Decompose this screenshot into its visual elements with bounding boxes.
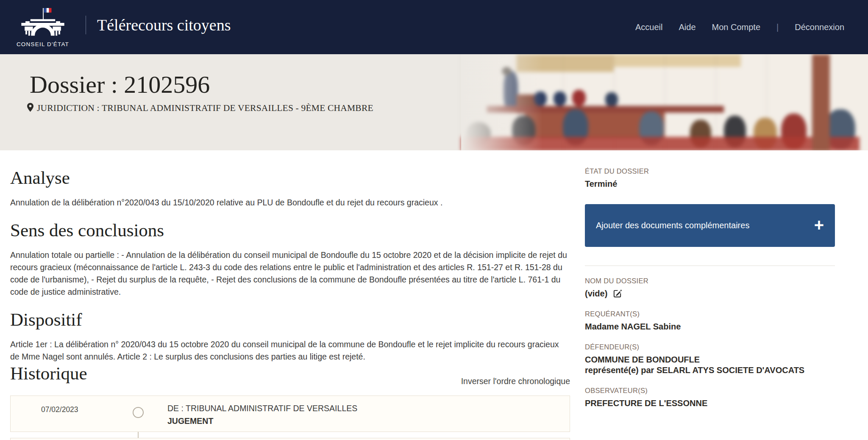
nav-aide[interactable]: Aide bbox=[679, 22, 696, 32]
nav-mon-compte[interactable]: Mon Compte bbox=[712, 22, 761, 32]
add-documents-button-label: Ajouter des documents complémentaires bbox=[596, 221, 749, 230]
timeline-entry-partial[interactable] bbox=[10, 438, 570, 440]
jurisdiction-text: JURIDICTION : TRIBUNAL ADMINISTRATIF DE … bbox=[37, 103, 373, 113]
section-title-dispositif: Dispositif bbox=[10, 309, 570, 330]
edit-icon[interactable] bbox=[612, 289, 622, 299]
section-title-analyse: Analyse bbox=[10, 167, 570, 188]
timeline-entry-sender: DE : TRIBUNAL ADMINISTRATIF DE VERSAILLE… bbox=[167, 404, 357, 413]
conseil-etat-arch-icon bbox=[18, 7, 68, 39]
site-title: Télérecours citoyens bbox=[97, 16, 231, 34]
nom-du-dossier-value: (vide) bbox=[585, 289, 607, 299]
dossier-main: Analyse Annulation de la délibération n°… bbox=[10, 167, 570, 440]
defendeurs-representative: représenté(e) par SELARL ATYS SOCIETE D'… bbox=[585, 365, 835, 375]
timeline-entry-date: 07/02/2023 bbox=[41, 405, 78, 414]
conseil-etat-logo[interactable]: CONSEIL D'ÉTAT bbox=[11, 7, 75, 47]
section-title-sens-des-conclusions: Sens des conclusions bbox=[10, 220, 570, 241]
add-documents-button[interactable]: Ajouter des documents complémentaires + bbox=[585, 204, 835, 247]
top-navigation: Accueil Aide Mon Compte | Déconnexion bbox=[635, 22, 844, 32]
etat-du-dossier-label: ÉTAT DU DOSSIER bbox=[585, 167, 835, 175]
requerants-label: REQUÉRANT(S) bbox=[585, 310, 835, 318]
invert-chronological-order-link[interactable]: Inverser l'ordre chronologique bbox=[461, 376, 570, 392]
logo-caption: CONSEIL D'ÉTAT bbox=[17, 41, 69, 47]
sens-des-conclusions-text: Annulation totale ou partielle : - Annul… bbox=[10, 249, 570, 298]
sidebar-divider bbox=[585, 266, 835, 266]
dispositif-text: Article 1er : La délibération n° 2020/04… bbox=[10, 338, 570, 363]
defendeurs-label: DÉFENDEUR(S) bbox=[585, 343, 835, 351]
history-timeline: 07/02/2023 DE : TRIBUNAL ADMINISTRATIF D… bbox=[10, 396, 570, 440]
nav-accueil[interactable]: Accueil bbox=[635, 22, 662, 32]
nav-deconnexion[interactable]: Déconnexion bbox=[795, 22, 844, 32]
nav-separator: | bbox=[776, 22, 779, 32]
dossier-sidebar: ÉTAT DU DOSSIER Terminé Ajouter des docu… bbox=[585, 167, 835, 440]
nom-du-dossier-label: NOM DU DOSSIER bbox=[585, 277, 835, 285]
defendeurs-value: COMMUNE DE BONDOUFLE bbox=[585, 355, 835, 365]
courtroom-illustration bbox=[461, 54, 868, 150]
requerants-value: Madame NAGEL Sabine bbox=[585, 322, 835, 332]
timeline-node-icon bbox=[133, 407, 144, 418]
brand-divider bbox=[86, 16, 86, 34]
timeline-entry-type: JUGEMENT bbox=[167, 416, 357, 426]
observateurs-value: PREFECTURE DE L'ESSONNE bbox=[585, 398, 835, 408]
app-header: CONSEIL D'ÉTAT Télérecours citoyens Accu… bbox=[0, 0, 868, 54]
location-pin-icon bbox=[27, 103, 33, 113]
timeline-entry[interactable]: 07/02/2023 DE : TRIBUNAL ADMINISTRATIF D… bbox=[10, 396, 570, 432]
observateurs-label: OBSERVATEUR(S) bbox=[585, 387, 835, 395]
etat-du-dossier-value: Terminé bbox=[585, 179, 835, 189]
section-title-historique: Historique bbox=[10, 363, 87, 384]
analyse-text: Annulation de la délibération n°2020/043… bbox=[10, 196, 570, 209]
page-title: Dossier : 2102596 bbox=[30, 70, 373, 99]
plus-icon: + bbox=[814, 216, 824, 233]
dossier-hero: Dossier : 2102596 JURIDICTION : TRIBUNAL… bbox=[0, 54, 868, 150]
